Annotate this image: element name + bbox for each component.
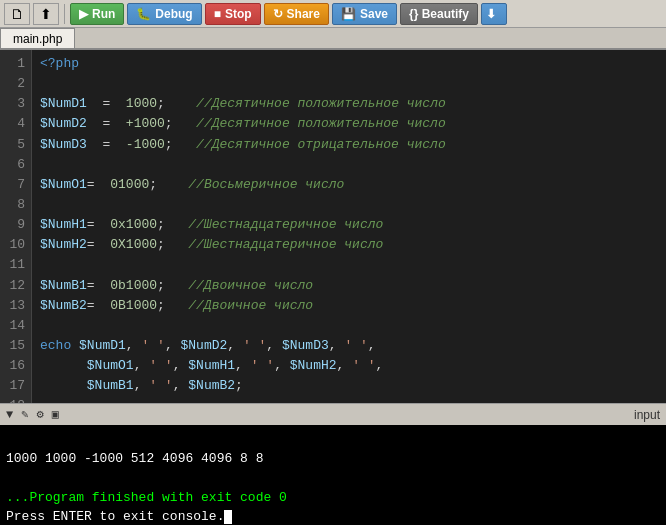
line-number: 10 xyxy=(6,235,25,255)
line-number: 14 xyxy=(6,316,25,336)
pencil-icon[interactable]: ✎ xyxy=(21,407,28,422)
share-icon: ↻ xyxy=(273,7,283,21)
stop-button[interactable]: ■ Stop xyxy=(205,3,261,25)
settings-icon[interactable]: ⚙ xyxy=(36,407,43,422)
stop-icon: ■ xyxy=(214,7,221,21)
share-button[interactable]: ↻ Share xyxy=(264,3,329,25)
line-numbers: 1 2 3 4 5 6 7 8 9 10 11 12 13 14 15 16 1… xyxy=(0,50,32,403)
line-number: 16 xyxy=(6,356,25,376)
debug-label: Debug xyxy=(155,7,192,21)
line-number: 12 xyxy=(6,276,25,296)
tab-main-php[interactable]: main.php xyxy=(0,28,75,48)
run-label: Run xyxy=(92,7,115,21)
line-number: 17 xyxy=(6,376,25,396)
run-icon: ▶ xyxy=(79,7,88,21)
line-number: 4 xyxy=(6,114,25,134)
console-output: 1000 1000 -1000 512 4096 4096 8 8 ...Pro… xyxy=(0,425,666,525)
save-icon: 💾 xyxy=(341,7,356,21)
beautify-label: {} Beautify xyxy=(409,7,469,21)
editor-area: 1 2 3 4 5 6 7 8 9 10 11 12 13 14 15 16 1… xyxy=(0,50,666,403)
run-button[interactable]: ▶ Run xyxy=(70,3,124,25)
input-label: input xyxy=(634,408,660,422)
console-line-4: Press ENTER to exit console. xyxy=(6,509,232,524)
line-number: 7 xyxy=(6,175,25,195)
line-number: 15 xyxy=(6,336,25,356)
beautify-button[interactable]: {} Beautify xyxy=(400,3,478,25)
tab-label: main.php xyxy=(13,32,62,46)
tab-bar: main.php xyxy=(0,28,666,50)
line-number: 1 xyxy=(6,54,25,74)
download-button[interactable]: ⬇ xyxy=(481,3,507,25)
console-line-3: ...Program finished with exit code 0 xyxy=(6,490,287,505)
save-button[interactable]: 💾 Save xyxy=(332,3,397,25)
download-icon: ⬇ xyxy=(486,7,496,21)
line-number: 9 xyxy=(6,215,25,235)
line-number: 18 xyxy=(6,396,25,403)
code-editor[interactable]: <?php $NumD1 = 1000; //Десятичное положи… xyxy=(32,50,666,403)
share-label: Share xyxy=(287,7,320,21)
line-number: 8 xyxy=(6,195,25,215)
debug-icon: 🐛 xyxy=(136,7,151,21)
debug-button[interactable]: 🐛 Debug xyxy=(127,3,201,25)
line-number: 5 xyxy=(6,135,25,155)
status-bar: ▼ ✎ ⚙ ▣ input xyxy=(0,403,666,425)
line-number: 11 xyxy=(6,255,25,275)
line-number: 13 xyxy=(6,296,25,316)
stop-label: Stop xyxy=(225,7,252,21)
line-number: 3 xyxy=(6,94,25,114)
open-file-icon[interactable]: ⬆ xyxy=(33,3,59,25)
terminal-icon[interactable]: ▣ xyxy=(52,407,59,422)
arrow-down-icon[interactable]: ▼ xyxy=(6,408,13,422)
new-file-icon[interactable]: 🗋 xyxy=(4,3,30,25)
line-number: 6 xyxy=(6,155,25,175)
console-line-1: 1000 1000 -1000 512 4096 4096 8 8 xyxy=(6,451,263,466)
save-label: Save xyxy=(360,7,388,21)
toolbar: 🗋 ⬆ ▶ Run 🐛 Debug ■ Stop ↻ Share 💾 Save … xyxy=(0,0,666,28)
toolbar-separator xyxy=(64,4,65,24)
console-cursor xyxy=(224,510,232,524)
line-number: 2 xyxy=(6,74,25,94)
